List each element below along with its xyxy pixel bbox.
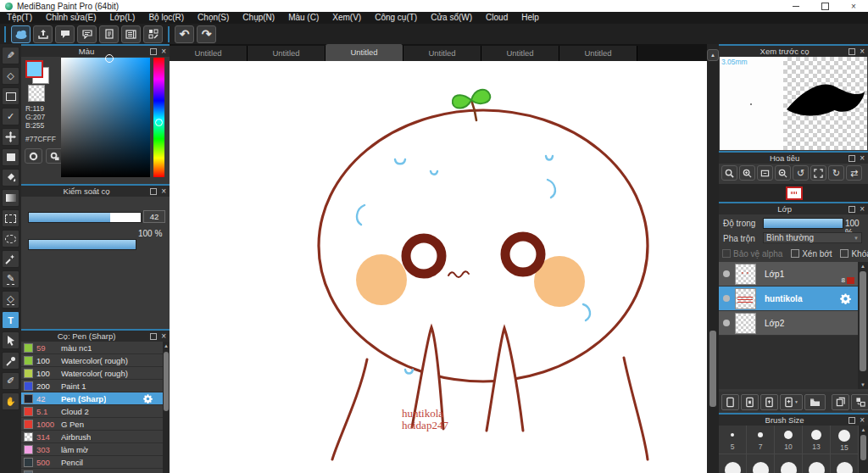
menu-item-tep[interactable]: Tệp(T) xyxy=(0,12,39,24)
brush-size-option[interactable]: 5 xyxy=(719,426,747,454)
layer-row[interactable]: Lớp1 8 xyxy=(719,262,858,287)
popout-icon[interactable] xyxy=(849,155,855,162)
document-tab[interactable]: Untitled xyxy=(170,46,248,61)
new-layer-button[interactable] xyxy=(721,394,739,410)
document-tab[interactable]: Untitled xyxy=(481,46,559,61)
close-panel-icon[interactable]: × xyxy=(860,154,865,163)
fit-screen-button[interactable] xyxy=(757,165,773,181)
copy-layer-button[interactable] xyxy=(832,394,849,410)
rotate-cw-button[interactable]: ↻ xyxy=(828,165,844,181)
close-panel-icon[interactable]: × xyxy=(161,332,166,341)
select-pen-tool[interactable]: ✎ xyxy=(2,270,19,288)
scroll-thumb[interactable] xyxy=(860,271,866,371)
close-panel-icon[interactable]: × xyxy=(860,416,865,425)
brush-row[interactable]: 100Watercolor( rough) xyxy=(21,367,163,380)
undo-button[interactable]: ↶ xyxy=(175,25,194,43)
layer-row-selected[interactable]: huntikola xyxy=(719,287,858,311)
magic-wand-tool[interactable] xyxy=(2,250,19,268)
clipping-checkbox[interactable]: Xén bớt xyxy=(791,249,832,259)
hue-bar[interactable] xyxy=(153,58,164,177)
restore-button[interactable] xyxy=(810,0,839,12)
brush-row[interactable]: 59màu nc1 xyxy=(21,342,163,354)
eraser-tool[interactable]: ◇ xyxy=(2,67,19,85)
brush-size-option[interactable]: 10 xyxy=(775,426,803,454)
menu-item-xem[interactable]: Xem(V) xyxy=(326,12,368,24)
fill-tool[interactable] xyxy=(2,148,19,166)
menu-item-mau[interactable]: Màu (C) xyxy=(281,12,326,24)
comment-button[interactable] xyxy=(55,25,75,43)
layer-opacity-slider[interactable] xyxy=(763,218,843,229)
material-button[interactable] xyxy=(143,25,163,43)
scroll-down-icon[interactable]: ▼ xyxy=(858,381,868,389)
merge-layer-button[interactable] xyxy=(851,394,868,410)
close-panel-icon[interactable]: × xyxy=(860,47,865,56)
close-panel-icon[interactable]: × xyxy=(161,187,166,196)
menu-item-bo-loc[interactable]: Bộ lọc(R) xyxy=(142,12,191,24)
lasso-tool[interactable] xyxy=(2,230,19,248)
menu-item-cong-cu[interactable]: Công cụ(T) xyxy=(368,12,424,24)
brush-opacity-slider[interactable] xyxy=(28,239,136,250)
move-tool[interactable] xyxy=(2,128,19,146)
hand-tool[interactable]: ✋ xyxy=(2,392,19,410)
canvas-vertical-scrollbar[interactable]: ▲ xyxy=(707,44,719,473)
menu-item-chinh-sua[interactable]: Chỉnh sửa(E) xyxy=(39,12,103,24)
panel-settings-button[interactable] xyxy=(121,25,141,43)
brush-size-slider[interactable] xyxy=(28,212,142,223)
eyedropper-tool[interactable] xyxy=(2,352,19,370)
shape-brush-tool[interactable] xyxy=(2,87,19,105)
select-tool[interactable] xyxy=(2,209,19,227)
brush-list-scrollbar[interactable]: ▲ xyxy=(163,342,170,473)
color-wheel-button[interactable] xyxy=(25,148,42,164)
brush-tool[interactable]: ✎ xyxy=(2,47,19,64)
navigator-preview-area[interactable] xyxy=(719,184,868,203)
operation-tool[interactable] xyxy=(2,331,19,349)
zoom-out-button[interactable] xyxy=(775,165,791,181)
zoom-button[interactable] xyxy=(721,165,737,181)
document-tab[interactable]: Untitled xyxy=(248,46,326,61)
layer-settings-gear-icon[interactable] xyxy=(840,293,851,304)
scroll-up-icon[interactable]: ▲ xyxy=(859,426,868,434)
navigator-viewport[interactable] xyxy=(786,186,803,200)
reset-view-button[interactable] xyxy=(810,165,826,181)
popout-icon[interactable] xyxy=(849,48,855,55)
brush-size-option[interactable]: 15 xyxy=(831,426,859,454)
brush-size-option[interactable] xyxy=(831,454,859,473)
brush-settings-gear-icon[interactable] xyxy=(143,394,153,403)
brush-size-option[interactable] xyxy=(775,454,803,473)
popout-icon[interactable] xyxy=(150,188,157,195)
duplicate-layer-button[interactable] xyxy=(741,394,759,410)
layer-list-scrollbar[interactable]: ▲ ▼ xyxy=(858,262,868,389)
popout-icon[interactable] xyxy=(849,417,855,424)
layer-visibility-icon[interactable] xyxy=(723,295,730,302)
brush-row[interactable]: 303làm mờ xyxy=(21,443,163,456)
scroll-up-icon[interactable]: ▲ xyxy=(163,342,170,350)
flip-view-button[interactable]: ⇄ xyxy=(846,165,862,181)
brush-size-value[interactable]: 42 xyxy=(143,210,165,223)
divide-tool[interactable]: ✐ xyxy=(2,372,19,390)
scroll-up-icon[interactable]: ▲ xyxy=(858,262,868,270)
lock-checkbox[interactable]: Khóa xyxy=(840,249,868,259)
text-tool[interactable]: T xyxy=(2,311,19,329)
bucket-tool[interactable] xyxy=(2,169,19,186)
transparent-color-swatch[interactable] xyxy=(28,85,45,102)
brush-size-option[interactable]: 7 xyxy=(747,426,775,454)
layer-row[interactable]: Lớp2 xyxy=(719,311,858,336)
brush-row[interactable]: 10Pen xyxy=(21,469,163,473)
scroll-up-button[interactable]: ▲ xyxy=(707,49,719,61)
scroll-thumb[interactable] xyxy=(164,352,169,411)
menu-item-chup[interactable]: Chụp(N) xyxy=(236,12,281,24)
redo-button[interactable]: ↷ xyxy=(197,25,216,43)
canvas[interactable]: huntikola hoidap247 xyxy=(170,61,707,473)
rotate-ccw-button[interactable]: ↺ xyxy=(793,165,809,181)
menu-item-lop[interactable]: Lớp(L) xyxy=(103,12,142,24)
brush-row-selected[interactable]: 42Pen (Sharp) xyxy=(21,392,163,405)
annotation-button[interactable] xyxy=(77,25,97,43)
popout-icon[interactable] xyxy=(150,333,157,340)
popout-icon[interactable] xyxy=(849,206,855,213)
layer-folder-button[interactable] xyxy=(804,394,826,410)
menu-item-help[interactable]: Help xyxy=(515,12,546,24)
menu-item-chon[interactable]: Chọn(S) xyxy=(191,12,236,24)
snap-tool[interactable]: ✓ xyxy=(2,108,19,125)
alpha-lock-checkbox[interactable]: Bảo vệ alpha xyxy=(722,249,782,259)
brush-row[interactable]: 5.1Cloud 2 xyxy=(21,405,163,418)
